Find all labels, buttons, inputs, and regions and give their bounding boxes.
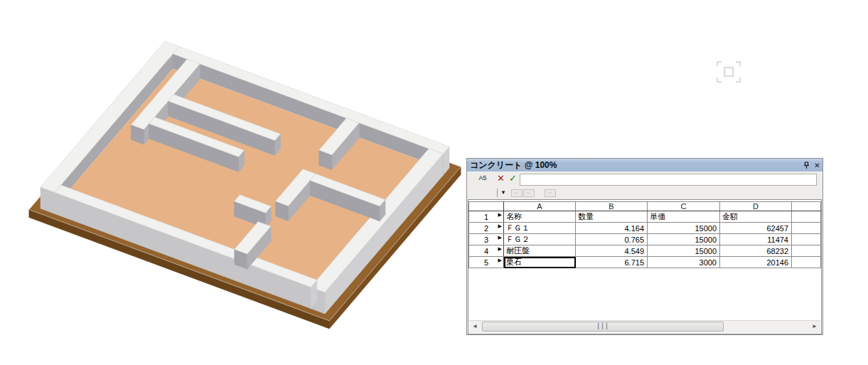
cell-B4[interactable]: 4.549 (576, 245, 648, 257)
column-header-C[interactable]: C (648, 202, 720, 211)
foundation-3d-view[interactable] (0, 0, 469, 365)
table-row: 1▶名称数量単価金額 (469, 211, 821, 223)
panel-titlebar[interactable]: コンクリート @ 100% ✕ (467, 159, 823, 172)
cell-B2[interactable]: 4.164 (576, 223, 648, 234)
cell-C4[interactable]: 15000 (648, 245, 720, 257)
dropdown-arrow-icon[interactable]: ▼ (500, 189, 506, 196)
corner-cell[interactable] (469, 202, 504, 211)
table-row: 3▶ＦＧ２0.7651500011474 (469, 234, 821, 245)
cell-A4[interactable]: 耐圧盤 (504, 245, 576, 257)
grid-body: ABCD1▶名称数量単価金額2▶ＦＧ１4.16415000624573▶ＦＧ２0… (469, 202, 821, 268)
selection-marker-icon (715, 60, 742, 84)
column-header-B[interactable]: B (576, 202, 648, 211)
cell-A3[interactable]: ＦＧ２ (504, 234, 576, 245)
confirm-entry-icon[interactable]: ✓ (509, 173, 517, 184)
cell-C2[interactable]: 15000 (648, 223, 720, 234)
table-row: 2▶ＦＧ１4.1641500062457 (469, 223, 821, 234)
row-marker-icon: ▶ (498, 212, 502, 218)
row-header-2[interactable]: 2▶ (469, 223, 504, 234)
close-icon[interactable]: ✕ (812, 160, 823, 170)
formula-bar: A5 ✕ ✓ (467, 171, 823, 187)
scroll-left-icon[interactable]: ◄ (469, 321, 481, 332)
formula-input[interactable] (520, 174, 817, 186)
cell-A2[interactable]: ＦＧ１ (504, 223, 576, 234)
column-header-A[interactable]: A (504, 202, 576, 211)
grid-table: ABCD1▶名称数量単価金額2▶ＦＧ１4.16415000624573▶ＦＧ２0… (468, 201, 821, 268)
column-header-row: ABCD (469, 202, 821, 211)
concrete-panel: コンクリート @ 100% ✕ A5 ✕ ✓ ▼ ▪▪ ▪▪ ▪▪ ABCD1▶… (466, 158, 823, 335)
cell-extra[interactable] (792, 223, 821, 234)
model-3d-svg (0, 0, 469, 356)
format-button-1[interactable]: ▪▪ (511, 189, 523, 197)
cell-B3[interactable]: 0.765 (576, 234, 648, 245)
column-header-extra[interactable] (792, 202, 821, 211)
cell-B1[interactable]: 数量 (576, 211, 648, 223)
row-marker-icon: ▶ (498, 223, 502, 229)
cell-extra[interactable] (792, 234, 821, 245)
spreadsheet-grid[interactable]: ABCD1▶名称数量単価金額2▶ＦＧ１4.16415000624573▶ＦＧ２0… (468, 199, 822, 334)
row-header-3[interactable]: 3▶ (469, 234, 504, 245)
horizontal-scrollbar[interactable]: ◄ ┃┃┃ ► (469, 320, 820, 333)
row-header-5[interactable]: 5▶ (469, 257, 504, 268)
column-header-D[interactable]: D (720, 202, 792, 211)
cell-D5[interactable]: 20146 (720, 257, 792, 268)
table-row: 5▶栗石6.715300020146 (469, 257, 821, 268)
cancel-entry-icon[interactable]: ✕ (497, 173, 505, 184)
cell-C3[interactable]: 15000 (648, 234, 720, 245)
pin-icon[interactable] (801, 160, 812, 170)
mini-toolbar: ▼ ▪▪ ▪▪ ▪▪ (467, 187, 823, 199)
cell-extra[interactable] (792, 245, 821, 257)
cell-D2[interactable]: 62457 (720, 223, 792, 234)
table-row: 4▶耐圧盤4.5491500068232 (469, 245, 821, 257)
cell-extra[interactable] (792, 257, 821, 268)
toolbar-divider (497, 189, 498, 197)
cell-D1[interactable]: 金額 (720, 211, 792, 223)
row-header-1[interactable]: 1▶ (469, 211, 504, 223)
format-button-2[interactable]: ▪▪ (523, 189, 535, 197)
cell-D4[interactable]: 68232 (720, 245, 792, 257)
cell-B5[interactable]: 6.715 (576, 257, 648, 268)
cell-C1[interactable]: 単価 (648, 211, 720, 223)
scrollbar-thumb[interactable]: ┃┃┃ (482, 322, 724, 332)
cell-C5[interactable]: 3000 (648, 257, 720, 268)
format-button-3[interactable]: ▪▪ (545, 189, 556, 197)
row-header-4[interactable]: 4▶ (469, 245, 504, 257)
cell-D3[interactable]: 11474 (720, 234, 792, 245)
row-marker-icon: ▶ (498, 258, 502, 263)
row-marker-icon: ▶ (498, 235, 502, 240)
cell-A5[interactable]: 栗石 (504, 257, 576, 268)
row-marker-icon: ▶ (498, 246, 502, 252)
cell-reference: A5 (473, 174, 493, 181)
panel-title: コンクリート @ 100% (467, 159, 801, 171)
cell-extra[interactable] (792, 211, 821, 223)
cell-A1[interactable]: 名称 (504, 211, 576, 223)
scroll-right-icon[interactable]: ► (809, 321, 820, 332)
